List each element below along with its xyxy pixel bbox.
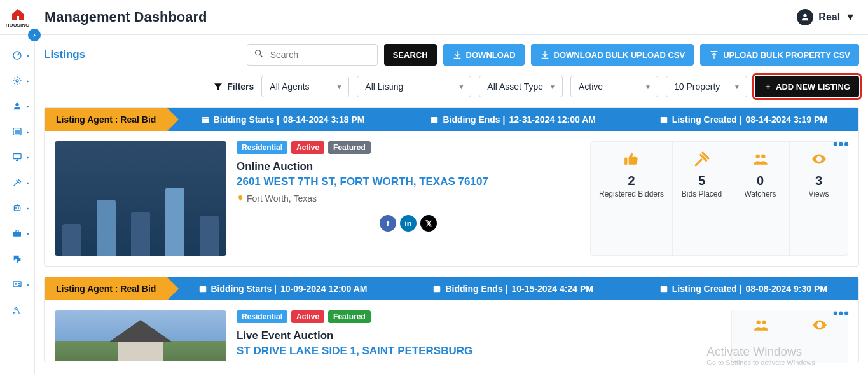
listing-agent-label: Listing Agent : Real Bid: [45, 277, 167, 300]
id-card-icon: [12, 279, 22, 289]
briefcase-icon: [12, 228, 22, 239]
svg-point-17: [761, 154, 766, 158]
group-icon: [752, 317, 771, 333]
search-box[interactable]: [247, 44, 378, 66]
calendar-icon: [430, 115, 439, 124]
sidebar-expand-toggle[interactable]: ›: [28, 29, 41, 41]
pin-icon: [237, 194, 244, 203]
gear-icon: [12, 76, 22, 86]
stat-watchers: 0 Watchers: [731, 142, 789, 255]
sidebar-bot[interactable]: ▸: [0, 203, 34, 213]
caret-down-icon: ▼: [458, 83, 464, 90]
calendar-icon: [659, 115, 668, 124]
logo-text: HOUSING: [6, 22, 29, 28]
user-name: Real: [818, 11, 840, 23]
sidebar-briefcase[interactable]: ▸: [0, 228, 34, 239]
card-menu-dots[interactable]: •••: [833, 307, 850, 321]
sidebar-auctions[interactable]: ▸: [0, 177, 34, 188]
main-panel: Listings SEARCH DOWNLOAD DOWNLOAD BULK U…: [35, 35, 868, 374]
svg-rect-9: [13, 232, 21, 236]
filter-asset-type-select[interactable]: All Asset Type▼: [479, 76, 563, 97]
listing-thumbnail[interactable]: [55, 310, 226, 361]
section-title: Listings: [44, 48, 85, 61]
svg-point-8: [18, 207, 19, 209]
stat-views: 3 Views: [789, 142, 848, 255]
download-icon: [540, 50, 550, 60]
upload-bulk-csv-button[interactable]: UPLOAD BULK PROPERTY CSV: [700, 44, 859, 66]
svg-rect-20: [661, 286, 668, 292]
calendar-icon: [201, 115, 210, 124]
user-avatar-icon: [797, 9, 813, 25]
caret-down-icon: ▼: [645, 83, 651, 90]
brand-logo: HOUSING: [0, 7, 35, 28]
svg-point-2: [16, 80, 18, 82]
blog-icon: [12, 305, 22, 315]
sidebar-settings[interactable]: ▸: [0, 76, 34, 86]
gauge-icon: [12, 50, 22, 60]
x-twitter-icon[interactable]: 𝕏: [420, 215, 437, 232]
badge-residential: Residential: [237, 310, 287, 323]
filters-label: Filters: [213, 81, 254, 92]
thumb-up-check-icon: [622, 151, 641, 167]
sidebar-listings[interactable]: ▸: [0, 127, 34, 137]
user-menu[interactable]: Real ▼: [797, 9, 855, 25]
chat-icon: [12, 254, 22, 264]
card-menu-dots[interactable]: •••: [833, 137, 850, 151]
filter-status-select[interactable]: Active▼: [570, 76, 658, 97]
listing-address[interactable]: ST DRIVE LAKE SIDE 1, SAINT PETERSBURG: [237, 345, 721, 357]
listing-type: Live Event Auction: [237, 329, 721, 342]
upload-icon: [709, 50, 719, 60]
house-icon: [102, 317, 179, 361]
linkedin-icon[interactable]: in: [400, 215, 417, 232]
caret-down-icon: ▼: [336, 83, 342, 90]
sidebar-card[interactable]: ▸: [0, 279, 34, 289]
plus-icon: ＋: [764, 81, 772, 92]
sidebar-monitor[interactable]: ▸: [0, 152, 34, 162]
add-new-listing-button[interactable]: ＋ ADD NEW LISTING: [755, 76, 859, 97]
stat-watchers: [731, 310, 790, 363]
listing-stats: 2 Registered Bidders 5 Bids Placed 0 Wat…: [590, 141, 848, 256]
badge-featured: Featured: [328, 310, 371, 323]
svg-marker-21: [109, 320, 172, 342]
filter-perpage-select[interactable]: 10 Property▼: [666, 76, 747, 97]
filter-listing-select[interactable]: All Listing▼: [357, 76, 471, 97]
listing-address[interactable]: 2601 WEST 7TH ST, FORT WORTH, TEXAS 7610…: [237, 176, 580, 188]
sidebar: › ▸ ▸ ▸ ▸ ▸ ▸ ▸ ▸: [0, 35, 35, 374]
svg-rect-13: [202, 117, 209, 123]
svg-rect-5: [13, 154, 21, 159]
download-button[interactable]: DOWNLOAD: [443, 44, 525, 66]
calendar-icon: [432, 284, 441, 293]
listing-stats: [731, 310, 848, 363]
svg-point-23: [756, 320, 761, 324]
monitor-icon: [12, 152, 22, 162]
svg-rect-14: [431, 117, 438, 123]
svg-point-24: [762, 320, 766, 324]
facebook-icon[interactable]: f: [380, 215, 396, 232]
search-button[interactable]: SEARCH: [384, 44, 437, 66]
bidding-ends: Bidding Ends | 12-31-2024 12:00 AM: [398, 108, 628, 131]
svg-rect-15: [661, 117, 668, 123]
sidebar-dashboard[interactable]: ▸: [0, 50, 34, 60]
svg-rect-10: [13, 282, 21, 287]
svg-rect-6: [14, 206, 20, 211]
sidebar-blog[interactable]: [0, 305, 34, 315]
download-bulk-csv-button[interactable]: DOWNLOAD BULK UPLOAD CSV: [531, 44, 694, 66]
svg-rect-18: [199, 286, 206, 292]
sidebar-chat[interactable]: [0, 254, 34, 264]
sidebar-users[interactable]: ▸: [0, 101, 34, 111]
download-icon: [452, 50, 462, 60]
listing-location: Fort Worth, Texas: [237, 193, 580, 204]
search-input[interactable]: [270, 50, 378, 60]
filter-icon: [213, 81, 223, 92]
calendar-icon: [659, 284, 668, 293]
listing-created: Listing Created | 08-14-2024 3:19 PM: [628, 108, 858, 131]
filter-agents-select[interactable]: All Agents▼: [261, 76, 349, 97]
gavel-icon: [692, 151, 712, 167]
listing-thumbnail[interactable]: [55, 141, 226, 256]
badge-active: Active: [291, 141, 324, 154]
search-icon: [247, 48, 270, 61]
caret-down-icon: ▼: [845, 11, 855, 23]
badge-featured: Featured: [328, 141, 371, 154]
page-title: Management Dashboard: [45, 9, 207, 25]
listing-type: Online Auction: [237, 160, 580, 173]
